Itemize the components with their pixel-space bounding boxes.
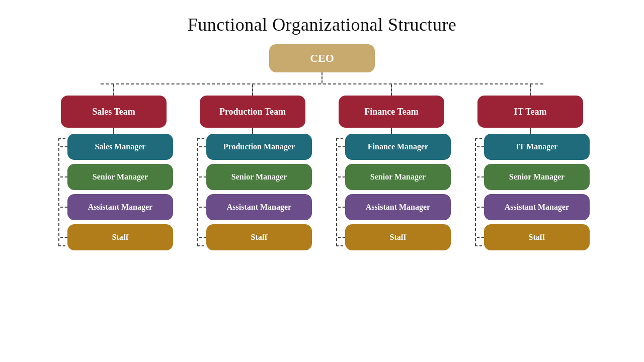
- bracket-items: Sales ManagerSenior ManagerAssistant Man…: [58, 134, 169, 250]
- h-connector-line: [101, 83, 543, 84]
- staff-node: Staff: [67, 224, 173, 250]
- staff-node: Staff: [345, 224, 451, 250]
- assistant-node: Assistant Manager: [484, 194, 590, 220]
- staff-node: Staff: [206, 224, 312, 250]
- senior-node: Senior Manager: [345, 164, 451, 190]
- bracket-left: [197, 138, 204, 246]
- team-column-2: Finance TeamFinance ManagerSenior Manage…: [336, 84, 447, 250]
- v-connector-mid: [252, 128, 253, 134]
- bracket-container: Sales ManagerSenior ManagerAssistant Man…: [58, 134, 169, 250]
- v-connector-top: [391, 84, 392, 96]
- manager-node: Production Manager: [206, 134, 312, 160]
- bracket-left: [336, 138, 343, 246]
- team-column-1: Production TeamProduction ManagerSenior …: [197, 84, 308, 250]
- v-connector-mid: [391, 128, 392, 134]
- bracket-left: [475, 138, 482, 246]
- team-node-2: Finance Team: [339, 96, 444, 128]
- senior-node: Senior Manager: [206, 164, 312, 190]
- staff-node: Staff: [484, 224, 590, 250]
- team-column-3: IT TeamIT ManagerSenior ManagerAssistant…: [475, 84, 586, 250]
- bracket-items: Production ManagerSenior ManagerAssistan…: [197, 134, 308, 250]
- bracket-items: IT ManagerSenior ManagerAssistant Manage…: [475, 134, 586, 250]
- ceo-node: CEO: [269, 44, 375, 72]
- manager-node: Sales Manager: [67, 134, 173, 160]
- senior-node: Senior Manager: [67, 164, 173, 190]
- team-node-3: IT Team: [477, 96, 583, 128]
- ceo-v-connector: [321, 72, 323, 83]
- bracket-container: Production ManagerSenior ManagerAssistan…: [197, 134, 308, 250]
- v-connector-top: [113, 84, 114, 96]
- team-column-0: Sales TeamSales ManagerSenior ManagerAss…: [58, 84, 169, 250]
- bracket-left: [58, 138, 65, 246]
- assistant-node: Assistant Manager: [345, 194, 451, 220]
- bracket-items: Finance ManagerSenior ManagerAssistant M…: [336, 134, 447, 250]
- bracket-container: IT ManagerSenior ManagerAssistant Manage…: [475, 134, 586, 250]
- manager-node: IT Manager: [484, 134, 590, 160]
- assistant-node: Assistant Manager: [206, 194, 312, 220]
- v-connector-mid: [113, 128, 114, 134]
- teams-row: Sales TeamSales ManagerSenior ManagerAss…: [30, 84, 614, 250]
- bracket-container: Finance ManagerSenior ManagerAssistant M…: [336, 134, 447, 250]
- v-connector-top: [530, 84, 531, 96]
- v-connector-mid: [530, 128, 531, 134]
- senior-node: Senior Manager: [484, 164, 590, 190]
- v-connector-top: [252, 84, 253, 96]
- manager-node: Finance Manager: [345, 134, 451, 160]
- team-node-1: Production Team: [200, 96, 305, 128]
- assistant-node: Assistant Manager: [67, 194, 173, 220]
- page-title: Functional Organizational Structure: [188, 14, 457, 35]
- team-node-0: Sales Team: [61, 96, 167, 128]
